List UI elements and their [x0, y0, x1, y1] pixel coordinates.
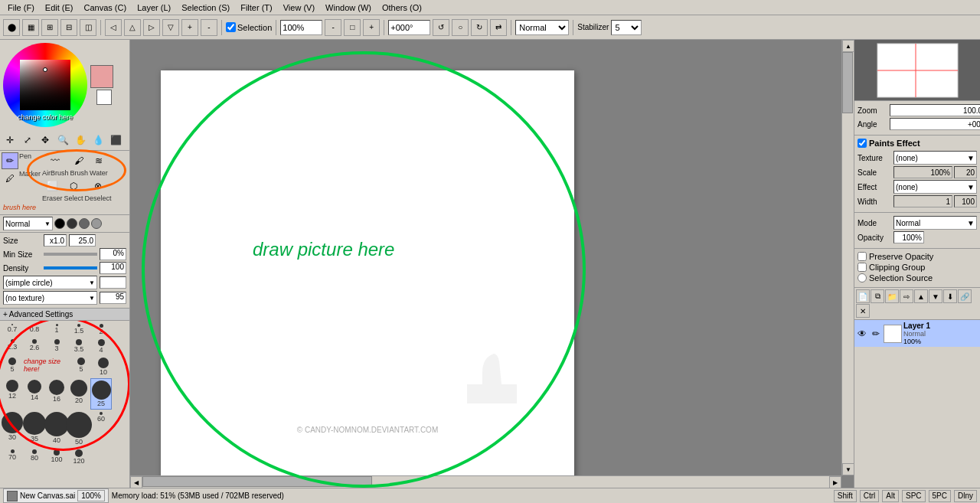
brush-cell-35[interactable]: 3.5: [68, 338, 90, 355]
brush-cell-70[interactable]: 70: [2, 448, 23, 466]
selection-source-radio[interactable]: [858, 273, 867, 283]
pen-tool[interactable]: ✏: [2, 152, 18, 169]
brush-cell-120[interactable]: 120: [68, 448, 90, 466]
brush-cell-80[interactable]: 80: [24, 448, 45, 466]
layer-down-btn[interactable]: ▼: [929, 289, 942, 303]
menu-view[interactable]: View (V): [279, 2, 319, 13]
toolbar-btn-nav4[interactable]: ▽: [162, 19, 179, 36]
size-multiplier[interactable]: [44, 234, 67, 247]
fill-tool[interactable]: ⬛: [107, 132, 124, 149]
brush-cell-3[interactable]: 3: [46, 338, 67, 355]
zoom-out-btn[interactable]: -: [325, 19, 341, 36]
toolbar-btn-nav1[interactable]: ◁: [105, 19, 122, 36]
rotate-reset-btn[interactable]: ○: [452, 19, 469, 36]
brush-cell-35b[interactable]: 35: [24, 410, 45, 447]
layer-delete-btn[interactable]: ✕: [856, 304, 870, 318]
brush-cell-12[interactable]: 12: [2, 378, 23, 410]
spc-key-btn[interactable]: SPC: [902, 490, 926, 502]
color-wheel-container[interactable]: change color here: [3, 43, 87, 127]
select-tool[interactable]: ⬡: [65, 178, 82, 194]
canvas-area[interactable]: draw picture here © CANDY-NOMNOM.DEVIANT…: [130, 40, 854, 488]
menu-filter[interactable]: Filter (T): [236, 2, 277, 13]
width-value[interactable]: [893, 195, 952, 207]
water-tool[interactable]: ≋: [90, 152, 107, 169]
ctrl-key-btn[interactable]: Ctrl: [860, 490, 880, 502]
color-dot-black1[interactable]: [54, 218, 65, 229]
dlny-key-btn[interactable]: Dlny: [954, 490, 977, 502]
layer-new-btn[interactable]: 📄: [856, 289, 870, 303]
scroll-v-thumb[interactable]: [842, 52, 853, 113]
toolbar-btn-nav6[interactable]: -: [201, 19, 217, 36]
brush-cell-10[interactable]: 10: [93, 356, 114, 377]
color-dot-black4[interactable]: [91, 218, 102, 229]
color-square[interactable]: [20, 60, 70, 110]
scroll-h-thumb[interactable]: [142, 476, 372, 487]
menu-file[interactable]: File (F): [3, 2, 39, 13]
rotate-left-btn[interactable]: ↺: [433, 19, 449, 36]
5pc-key-btn[interactable]: 5PC: [929, 490, 951, 502]
alt-key-btn[interactable]: Alt: [882, 490, 899, 502]
marker-tool[interactable]: 🖊: [2, 170, 18, 187]
brush-cell-30[interactable]: 30: [2, 410, 23, 447]
minsize-slider[interactable]: [44, 253, 97, 256]
paints-effect-checkbox[interactable]: [858, 139, 867, 148]
scale-num[interactable]: [954, 166, 977, 178]
eyedropper-tool[interactable]: 💧: [90, 132, 106, 149]
brush-cell-23[interactable]: 2.3: [2, 338, 23, 355]
zoom-input[interactable]: [280, 20, 322, 35]
width-num[interactable]: [954, 195, 977, 207]
brush-cell-5b[interactable]: 5: [70, 356, 92, 377]
brush-cell-14[interactable]: 14: [24, 378, 45, 410]
brush-cell-2[interactable]: 2: [90, 322, 112, 337]
transform-tool[interactable]: ⤢: [19, 132, 36, 149]
zoom-value-input[interactable]: [890, 104, 980, 116]
brush-cell-5a[interactable]: 5: [2, 356, 23, 377]
shape-combo[interactable]: (simple circle) ▼: [3, 276, 97, 289]
brush-cell-25[interactable]: 25: [90, 378, 112, 410]
brush-tool[interactable]: 🖌: [70, 152, 87, 169]
menu-canvas[interactable]: Canvas (C): [80, 2, 132, 13]
menu-window[interactable]: Window (W): [321, 2, 376, 13]
menu-others[interactable]: Others (O): [377, 2, 426, 13]
background-color-swatch[interactable]: [96, 90, 112, 105]
opacity-value[interactable]: [893, 231, 924, 243]
brush-cell-4[interactable]: 4: [90, 338, 112, 355]
mode-combo[interactable]: Normal ▼: [893, 216, 977, 230]
zoom-fit-btn[interactable]: □: [344, 19, 361, 36]
brush-cell-15[interactable]: 1.5: [68, 322, 90, 337]
toolbar-btn-5[interactable]: ◫: [80, 19, 96, 36]
toolbar-btn-1[interactable]: ⬤: [3, 19, 20, 36]
scroll-v-down-btn[interactable]: ▼: [842, 463, 854, 475]
rotation-input[interactable]: [388, 20, 430, 35]
angle-value-input[interactable]: [890, 118, 980, 130]
brush-mode-combo[interactable]: Normal ▼: [3, 217, 53, 230]
color-picker-dot[interactable]: [43, 67, 47, 72]
brush-cell-100[interactable]: 100: [46, 448, 67, 466]
airbrush-tool[interactable]: 〰: [47, 152, 64, 169]
move-tool[interactable]: ✛: [2, 132, 18, 149]
density-slider[interactable]: [44, 266, 97, 269]
menu-layer[interactable]: Layer (L): [132, 2, 175, 13]
shift-key-btn[interactable]: Shift: [834, 490, 857, 502]
layer-merge-btn[interactable]: ⬇: [943, 289, 957, 303]
brush-cell-07[interactable]: 0.7: [2, 322, 23, 337]
color-dot-black3[interactable]: [79, 218, 90, 229]
scroll-h-right-btn[interactable]: ▶: [829, 476, 841, 488]
zoom-in-btn[interactable]: +: [363, 19, 380, 36]
toolbar-btn-2[interactable]: ▦: [22, 19, 39, 36]
blend-mode-select[interactable]: Normal: [515, 20, 569, 35]
brush-cell-60[interactable]: 60: [90, 410, 112, 447]
layer-lock-icon[interactable]: ✏: [870, 328, 882, 340]
layer-item-1[interactable]: 👁 ✏ Layer 1 Normal 100%: [854, 320, 980, 347]
scroll-h-left-btn[interactable]: ◀: [130, 476, 142, 488]
clipping-group-checkbox[interactable]: [858, 263, 867, 272]
pick-tool[interactable]: ✥: [37, 132, 54, 149]
color-dot-black2[interactable]: [67, 218, 77, 229]
brush-cell-40[interactable]: 40: [46, 410, 67, 447]
toolbar-btn-3[interactable]: ⊞: [41, 19, 58, 36]
brush-cell-08[interactable]: 0.8: [24, 322, 45, 337]
layer-vis-icon[interactable]: 👁: [856, 328, 868, 340]
texture-effect-combo[interactable]: (none) ▼: [893, 151, 977, 165]
effect-combo[interactable]: (none) ▼: [893, 180, 977, 194]
brush-cell-1[interactable]: 1: [46, 322, 67, 337]
